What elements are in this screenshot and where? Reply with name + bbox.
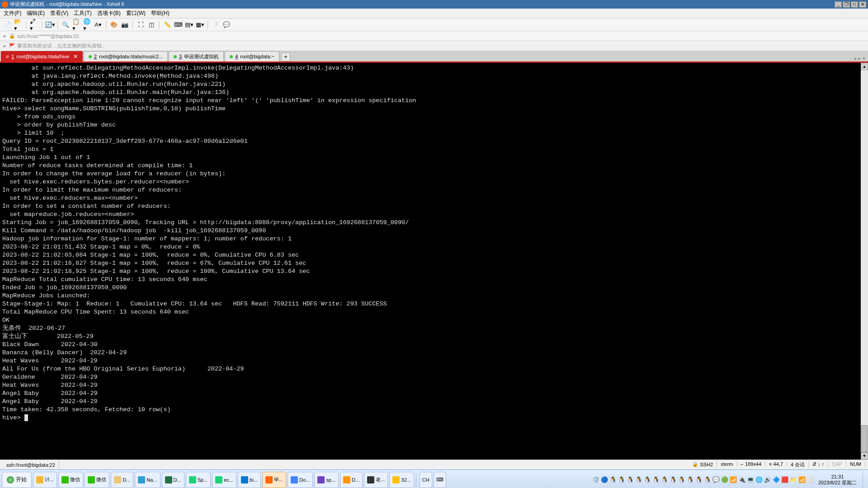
highlighter-icon[interactable]: 🖍▾ bbox=[29, 20, 38, 29]
session-tab-0[interactable]: 1 root@bigdata:/data/hive✕ bbox=[1, 51, 83, 61]
app-icon bbox=[165, 476, 172, 483]
chat-icon[interactable]: 💬 bbox=[222, 20, 231, 29]
scroll-up-icon[interactable]: ▲ bbox=[861, 63, 868, 70]
copy-icon[interactable]: 📋▾ bbox=[72, 20, 81, 29]
maximize-button[interactable]: □ bbox=[851, 1, 858, 8]
hint-text: 要添加当前会话，点击左侧的箭头按钮。 bbox=[17, 42, 107, 49]
taskbar-item-11[interactable]: sp... bbox=[314, 472, 339, 488]
taskbar-item-3[interactable]: D... bbox=[111, 472, 133, 488]
add-tab-button[interactable]: + bbox=[281, 52, 290, 61]
tray-icon-24[interactable]: 📶 bbox=[798, 476, 806, 483]
fullscreen-icon[interactable]: ⛶ bbox=[136, 20, 145, 29]
tray-clock[interactable]: 21:31 2023/8/22 星期二 bbox=[816, 474, 859, 486]
tray-icon-11[interactable]: 🐧 bbox=[687, 476, 694, 483]
tray-icon-12[interactable]: 🐧 bbox=[695, 476, 703, 483]
lang-ch[interactable]: CH bbox=[420, 472, 432, 488]
dropdown-icon[interactable]: ▸ bbox=[4, 33, 6, 39]
show-desktop-button[interactable] bbox=[863, 472, 866, 488]
taskbar-item-9[interactable]: 毕... bbox=[262, 472, 286, 488]
menu-help[interactable]: 帮助(H) bbox=[151, 9, 170, 17]
session-tab-1[interactable]: 2 root@bigdata:/data/music2... bbox=[84, 51, 168, 61]
app-icon bbox=[61, 476, 69, 483]
taskbar-item-7[interactable]: ec... bbox=[212, 472, 236, 488]
tray-icon-10[interactable]: 🐧 bbox=[678, 476, 685, 483]
transparency-icon[interactable]: ◫ bbox=[147, 20, 156, 29]
menu-tabs[interactable]: 选项卡(B) bbox=[97, 9, 121, 17]
tray-icon-16[interactable]: 📶 bbox=[730, 476, 737, 483]
tray-icon-8[interactable]: 🐧 bbox=[661, 476, 668, 483]
tile-vertical-icon[interactable]: ▦▾ bbox=[195, 20, 204, 29]
minimize-button[interactable]: _ bbox=[835, 1, 842, 8]
restore-button[interactable]: ❐ bbox=[843, 1, 850, 8]
tile-horizontal-icon[interactable]: ▤▾ bbox=[184, 20, 193, 29]
tray-icon-6[interactable]: 🐧 bbox=[644, 476, 651, 483]
tab-prev-icon[interactable]: ◂ bbox=[854, 56, 856, 61]
tab-next-icon[interactable]: ▸ bbox=[858, 56, 861, 61]
globe-icon[interactable]: 🌐▾ bbox=[83, 20, 92, 29]
taskbar-item-14[interactable]: 32... bbox=[389, 472, 414, 488]
menu-file[interactable]: 文件(F) bbox=[4, 9, 21, 17]
tray-icon-20[interactable]: 🔊 bbox=[764, 476, 771, 483]
tray-icon-7[interactable]: 🐧 bbox=[652, 476, 660, 483]
scrollbar-thumb[interactable] bbox=[861, 425, 868, 452]
tray-icon-4[interactable]: 🐧 bbox=[627, 476, 634, 483]
session-tab-3[interactable]: 4 root@bigdata:~ bbox=[225, 51, 279, 61]
taskbar-item-13[interactable]: 老... bbox=[364, 472, 388, 488]
tray-icon-22[interactable]: 🟥 bbox=[781, 476, 788, 483]
tray-icon-5[interactable]: 🐧 bbox=[635, 476, 642, 483]
terminal-output[interactable]: at sun.reflect.DelegatingMethodAccessorI… bbox=[0, 63, 868, 460]
tab-menu-icon[interactable]: ▾ bbox=[863, 56, 865, 61]
tray-icon-17[interactable]: 🔌 bbox=[738, 476, 745, 483]
menu-edit[interactable]: 编辑(E) bbox=[27, 9, 45, 17]
arrow-left-icon[interactable]: ▸ bbox=[4, 43, 6, 49]
taskbar-item-4[interactable]: Na... bbox=[135, 472, 160, 488]
status-connection: ssh://root@bigdata:22 bbox=[3, 460, 59, 469]
tray-icon-13[interactable]: 🐧 bbox=[704, 476, 711, 483]
status-dot-icon bbox=[89, 55, 92, 58]
taskbar-item-1[interactable]: 微信 bbox=[58, 472, 83, 488]
session-tab-2[interactable]: 3 毕设测试虚拟机 bbox=[169, 51, 224, 61]
start-button[interactable]: 开始 bbox=[2, 472, 32, 488]
tray-icon-18[interactable]: 💻 bbox=[747, 476, 754, 483]
taskbar-item-12[interactable]: D... bbox=[340, 472, 363, 488]
open-icon[interactable]: 📂▾ bbox=[14, 20, 23, 29]
ascii-icon[interactable]: ⌨ bbox=[174, 20, 183, 29]
tray-icon-21[interactable]: 🔷 bbox=[773, 476, 780, 483]
tray-icon-9[interactable]: 🐧 bbox=[670, 476, 677, 483]
tray-icon-14[interactable]: 💬 bbox=[712, 476, 720, 483]
taskbar-item-5[interactable]: D... bbox=[162, 472, 184, 488]
tray-icon-3[interactable]: 🐧 bbox=[618, 476, 625, 483]
tray-icon-0[interactable]: 🛡️ bbox=[592, 476, 599, 483]
taskbar-item-2[interactable]: 微信 bbox=[85, 472, 109, 488]
taskbar-item-6[interactable]: Sp... bbox=[186, 472, 211, 488]
close-tab-icon[interactable]: ✕ bbox=[73, 53, 78, 60]
help-icon[interactable]: ❔ bbox=[211, 20, 220, 29]
tray-icon-25[interactable]: ⬜ bbox=[807, 476, 814, 483]
menu-window[interactable]: 窗口(W) bbox=[126, 9, 146, 17]
search-icon[interactable]: 🔍 bbox=[61, 20, 70, 29]
new-session-icon[interactable]: 📄 bbox=[3, 20, 12, 29]
menu-view[interactable]: 查看(V) bbox=[50, 9, 68, 17]
scroll-down-icon[interactable]: ▼ bbox=[861, 452, 868, 460]
tray-icon-2[interactable]: 🐧 bbox=[609, 476, 617, 483]
vertical-scrollbar[interactable]: ▲ ▼ bbox=[861, 63, 868, 460]
taskbar-item-8[interactable]: bi... bbox=[238, 472, 261, 488]
reconnect-icon[interactable]: 🔄▾ bbox=[45, 20, 54, 29]
tray-icon-15[interactable]: 🟢 bbox=[721, 476, 728, 483]
taskbar-item-0[interactable]: 计... bbox=[33, 472, 57, 488]
ruler-icon[interactable]: 📏 bbox=[163, 20, 172, 29]
app-icon bbox=[241, 476, 248, 483]
font-icon[interactable]: A▾ bbox=[94, 20, 103, 29]
status-updown: ⇵ ↓ ↑ bbox=[809, 461, 828, 467]
screenshot-icon[interactable]: 📷 bbox=[120, 20, 129, 29]
tray-icon-1[interactable]: 🔵 bbox=[601, 476, 608, 483]
keyboard-icon[interactable]: ⌨ bbox=[434, 472, 446, 488]
color-icon[interactable]: 🎨 bbox=[109, 20, 118, 29]
close-button[interactable]: ✕ bbox=[859, 1, 866, 8]
address-text[interactable]: ssh://root:******@bigdata:22 bbox=[17, 33, 79, 39]
tray-icon-23[interactable]: 📁 bbox=[790, 476, 797, 483]
app-icon bbox=[88, 476, 95, 483]
taskbar-item-10[interactable]: Do... bbox=[288, 472, 313, 488]
menu-tools[interactable]: 工具(T) bbox=[74, 9, 91, 17]
tray-icon-19[interactable]: 🌐 bbox=[755, 476, 763, 483]
